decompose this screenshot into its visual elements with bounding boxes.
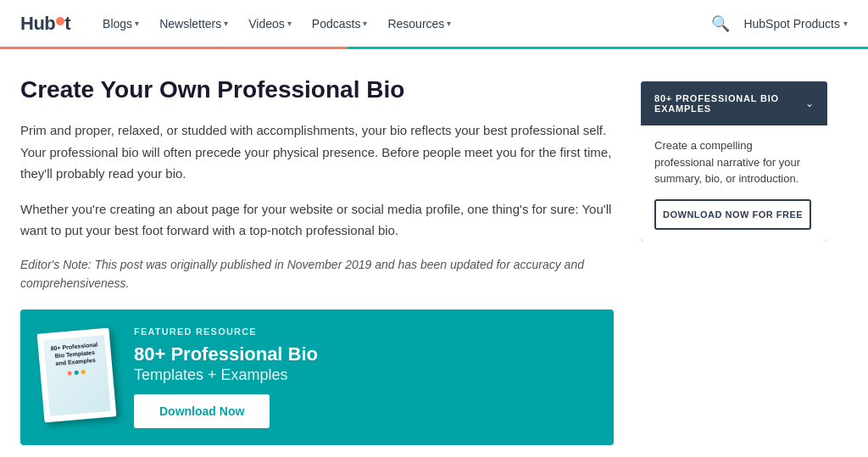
article-para-2: Whether you're creating an about page fo…: [20, 198, 614, 242]
dot-2: [75, 371, 79, 375]
sidebar: 80+ PROFESSIONAL BIO EXAMPLES ⌄ Create a…: [641, 75, 827, 445]
main-content: Create Your Own Professional Bio Prim an…: [20, 75, 614, 445]
nav-right: 🔍 HubSpot Products ▾: [711, 14, 848, 33]
featured-resource-card: 80+ Professional Bio Templates and Examp…: [20, 309, 614, 444]
sidebar-card-header[interactable]: 80+ PROFESSIONAL BIO EXAMPLES ⌄: [641, 81, 827, 125]
book-visual-inner: 80+ Professional Bio Templates and Examp…: [43, 335, 111, 416]
book-cover: 80+ Professional Bio Templates and Examp…: [41, 331, 117, 424]
chevron-down-icon: ▾: [363, 19, 367, 28]
featured-card-body: FEATURED RESOURCE 80+ Professional Bio T…: [134, 326, 318, 427]
page-wrapper: Create Your Own Professional Bio Prim an…: [0, 47, 868, 457]
sidebar-chevron-icon: ⌄: [805, 98, 814, 109]
chevron-down-icon: ▾: [447, 19, 451, 28]
article-title: Create Your Own Professional Bio: [20, 75, 614, 104]
sidebar-download-button[interactable]: DOWNLOAD NOW FOR FREE: [654, 199, 811, 230]
navigation: Hubt Blogs ▾ Newsletters ▾ Videos ▾ Podc…: [0, 0, 868, 47]
editor-note: Editor's Note: This post was originally …: [20, 255, 614, 293]
featured-subtitle: Templates + Examples: [134, 366, 318, 384]
chevron-down-icon: ▾: [224, 19, 228, 28]
featured-title: 80+ Professional Bio: [134, 343, 318, 365]
nav-item-podcasts[interactable]: Podcasts ▾: [303, 10, 376, 37]
nav-links: Blogs ▾ Newsletters ▾ Videos ▾ Podcasts …: [94, 10, 711, 37]
nav-item-blogs[interactable]: Blogs ▾: [94, 10, 147, 37]
featured-title-group: 80+ Professional Bio Templates + Example…: [134, 343, 318, 383]
featured-label: FEATURED RESOURCE: [134, 326, 318, 337]
hubspot-logo[interactable]: Hubt: [20, 13, 70, 35]
article-para-1: Prim and proper, relaxed, or studded wit…: [20, 120, 614, 185]
sidebar-header-text: 80+ PROFESSIONAL BIO EXAMPLES: [654, 93, 805, 114]
book-cover-dots: [51, 368, 102, 376]
dot-1: [68, 371, 72, 375]
nav-item-videos[interactable]: Videos ▾: [240, 10, 300, 37]
chevron-down-icon: ▾: [287, 19, 292, 28]
hubspot-products-menu[interactable]: HubSpot Products ▾: [743, 17, 848, 31]
download-now-button[interactable]: Download Now: [134, 394, 270, 428]
nav-item-resources[interactable]: Resources ▾: [379, 10, 459, 37]
sidebar-description: Create a compelling professional narrati…: [654, 137, 814, 187]
book-visual: 80+ Professional Bio Templates and Examp…: [37, 327, 117, 422]
book-cover-title: 80+ Professional Bio Templates and Examp…: [48, 340, 101, 367]
search-icon[interactable]: 🔍: [711, 14, 730, 33]
nav-item-newsletters[interactable]: Newsletters ▾: [151, 10, 236, 37]
sidebar-card-body: Create a compelling professional narrati…: [641, 125, 827, 242]
chevron-down-icon: ▾: [135, 19, 139, 28]
logo-spot-icon: [56, 17, 64, 25]
chevron-down-icon: ▾: [843, 19, 848, 28]
dot-3: [81, 370, 85, 374]
sidebar-card: 80+ PROFESSIONAL BIO EXAMPLES ⌄ Create a…: [641, 81, 827, 242]
